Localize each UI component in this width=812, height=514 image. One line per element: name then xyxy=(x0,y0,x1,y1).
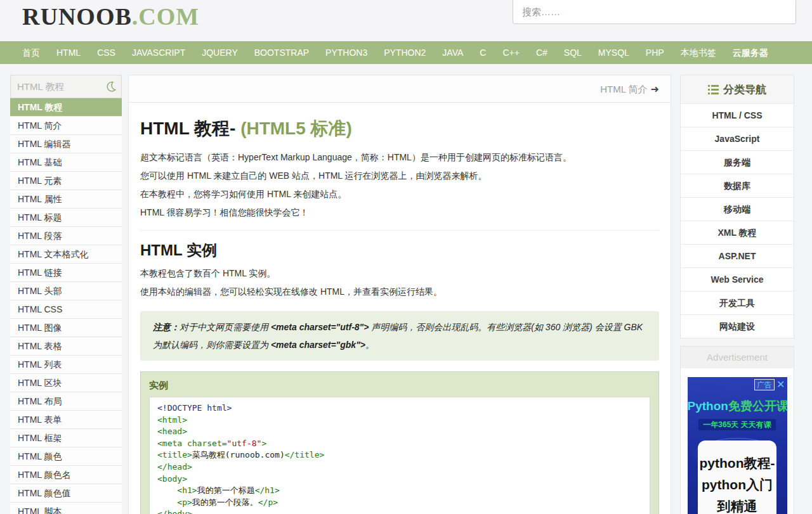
logo-dark-part: RUNOOB xyxy=(22,3,132,30)
nav-item[interactable]: 首页 xyxy=(14,41,48,64)
category-item[interactable]: ASP.NET xyxy=(681,244,794,267)
sidebar-item[interactable]: HTML 列表 xyxy=(10,356,122,374)
ad-badge-label: 广告 xyxy=(754,379,775,390)
code-line: <h1>我的第一个标题</h1> xyxy=(157,485,642,497)
sidebar-item[interactable]: HTML 链接 xyxy=(10,264,122,282)
ad-badge: 广告 ✕ xyxy=(754,379,785,390)
sidebar-item[interactable]: HTML 图像 xyxy=(10,319,122,337)
sidebar-item[interactable]: HTML 脚本 xyxy=(10,503,122,514)
sidebar-item[interactable]: HTML 编辑器 xyxy=(10,135,122,153)
sidebar-item[interactable]: HTML 颜色值 xyxy=(10,484,122,503)
category-item[interactable]: Web Service xyxy=(681,267,794,291)
nav-item[interactable]: C++ xyxy=(494,41,527,64)
sidebar-item[interactable]: HTML 区块 xyxy=(10,374,122,392)
main-panel: HTML 简介➜ HTML 教程- (HTML5 标准) 超文本标记语言（英语：… xyxy=(128,75,671,514)
ad-banner[interactable]: 广告 ✕ Python免费公开课 一年365天 天天有课 python教程-py… xyxy=(688,377,787,514)
ad-card-line: 到精通 xyxy=(698,496,776,514)
note-text: 对于中文网页需要使用 xyxy=(180,322,271,332)
category-item[interactable]: XML 教程 xyxy=(681,221,794,244)
nav-item[interactable]: JAVA xyxy=(434,41,471,64)
category-item[interactable]: HTML / CSS xyxy=(681,103,794,127)
ad-close-icon[interactable]: ✕ xyxy=(776,380,785,390)
next-page-link[interactable]: HTML 简介➜ xyxy=(600,75,659,103)
sidebar-item[interactable]: HTML 表单 xyxy=(10,411,122,429)
list-icon xyxy=(708,85,719,94)
moon-icon[interactable] xyxy=(105,80,117,93)
main-nav: 首页HTMLCSSJAVASCRIPTJQUERYBOOTSTRAPPYTHON… xyxy=(0,41,812,64)
ad-title-green: 免费公开课 xyxy=(728,399,787,413)
category-item[interactable]: 移动端 xyxy=(681,197,794,221)
code-line: <p>我的第一个段落。</p> xyxy=(157,497,642,509)
nav-item[interactable]: 云服务器 xyxy=(724,41,776,64)
code-token xyxy=(157,498,177,507)
sidebar-item[interactable]: HTML 简介 xyxy=(10,117,122,135)
sidebar-item[interactable]: HTML 教程 xyxy=(10,98,122,117)
ad-title: Python免费公开课 xyxy=(688,398,787,414)
sidebar-search xyxy=(10,75,122,98)
category-item[interactable]: 开发工具 xyxy=(681,291,794,314)
code-token: "utf-8" xyxy=(227,439,262,448)
sidebar-item[interactable]: HTML 框架 xyxy=(10,429,122,447)
nav-item[interactable]: HTML xyxy=(48,41,89,64)
ad-subtitle-text: 一年365天 天天有课 xyxy=(698,419,775,430)
right-sidebar: 分类导航 HTML / CSSJavaScript服务端数据库移动端XML 教程… xyxy=(680,75,794,514)
left-sidebar: HTML 教程HTML 简介HTML 编辑器HTML 基础HTML 元素HTML… xyxy=(10,75,122,514)
code-line: <!DOCTYPE html> xyxy=(157,402,642,414)
code-line: <html> xyxy=(157,414,642,427)
sidebar-item[interactable]: HTML 布局 xyxy=(10,392,122,411)
page-title-main: HTML 教程- xyxy=(140,119,235,138)
category-item[interactable]: 数据库 xyxy=(681,174,794,197)
paragraph: 超文本标记语言（英语：HyperText Markup Language，简称：… xyxy=(140,148,659,167)
sidebar-item[interactable]: HTML 元素 xyxy=(10,172,122,190)
sidebar-item[interactable]: HTML 文本格式化 xyxy=(10,245,122,264)
sidebar-item[interactable]: HTML 表格 xyxy=(10,337,122,356)
sidebar-item[interactable]: HTML 头部 xyxy=(10,282,122,300)
paragraph: 您可以使用 HTML 来建立自己的 WEB 站点，HTML 运行在浏览器上，由浏… xyxy=(140,167,659,185)
category-item[interactable]: 网站建设 xyxy=(681,314,794,338)
code-token: </h1> xyxy=(255,485,280,495)
ad-card[interactable]: python教程-python入门到精通 xyxy=(698,440,776,514)
code-line: <head> xyxy=(157,426,642,438)
code-token xyxy=(157,485,177,495)
content-area: HTML 教程HTML 简介HTML 编辑器HTML 基础HTML 元素HTML… xyxy=(0,64,812,514)
example-box: 实例 <!DOCTYPE html><html><head><meta char… xyxy=(140,371,659,514)
ad-card-line: python教程- xyxy=(698,453,776,474)
site-header: RUNOOB.COM xyxy=(0,0,812,41)
category-item[interactable]: JavaScript xyxy=(681,127,794,150)
panel-top-bar: HTML 简介➜ xyxy=(129,75,671,103)
category-title: 分类导航 xyxy=(723,82,766,97)
nav-item[interactable]: MYSQL xyxy=(590,41,638,64)
nav-item[interactable]: JQUERY xyxy=(193,41,246,64)
nav-item[interactable]: PYTHON3 xyxy=(317,41,376,64)
code-token: <meta xyxy=(157,439,187,448)
code-token: <html> xyxy=(157,415,187,425)
nav-item[interactable]: JAVASCRIPT xyxy=(124,41,193,64)
sidebar-item[interactable]: HTML 基础 xyxy=(10,153,122,172)
category-item[interactable]: 服务端 xyxy=(681,150,794,174)
sidebar-item[interactable]: HTML CSS xyxy=(10,300,122,319)
nav-item[interactable]: PYTHON2 xyxy=(376,41,434,64)
nav-item[interactable]: CSS xyxy=(89,41,124,64)
nav-item[interactable]: SQL xyxy=(556,41,590,64)
arrow-right-icon: ➜ xyxy=(651,84,659,94)
category-panel: 分类导航 HTML / CSSJavaScript服务端数据库移动端XML 教程… xyxy=(680,75,794,338)
site-logo[interactable]: RUNOOB.COM xyxy=(22,3,199,30)
paragraph: 本教程包含了数百个 HTML 实例。 xyxy=(140,264,659,283)
sidebar-item[interactable]: HTML 段落 xyxy=(10,227,122,245)
code-token: <body> xyxy=(157,474,187,484)
ad-subtitle: 一年365天 天天有课 xyxy=(688,418,787,430)
nav-item[interactable]: PHP xyxy=(638,41,672,64)
sidebar-item[interactable]: HTML 属性 xyxy=(10,190,122,209)
nav-item[interactable]: 本地书签 xyxy=(672,41,724,64)
sidebar-item[interactable]: HTML 颜色名 xyxy=(10,466,122,484)
sidebar-item[interactable]: HTML 颜色 xyxy=(10,447,122,466)
nav-item[interactable]: C xyxy=(471,41,494,64)
code-token: </body> xyxy=(157,509,192,514)
nav-item[interactable]: BOOTSTRAP xyxy=(246,41,317,64)
sidebar-item[interactable]: HTML 标题 xyxy=(10,209,122,227)
site-search-input[interactable] xyxy=(513,0,796,24)
paragraph: 使用本站的编辑器，您可以轻松实现在线修改 HTML，并查看实例运行结果。 xyxy=(140,283,659,301)
nav-item[interactable]: C# xyxy=(528,41,556,64)
ad-header-label: Advertisement xyxy=(681,347,794,368)
ad-title-cyan: Python xyxy=(688,399,728,413)
